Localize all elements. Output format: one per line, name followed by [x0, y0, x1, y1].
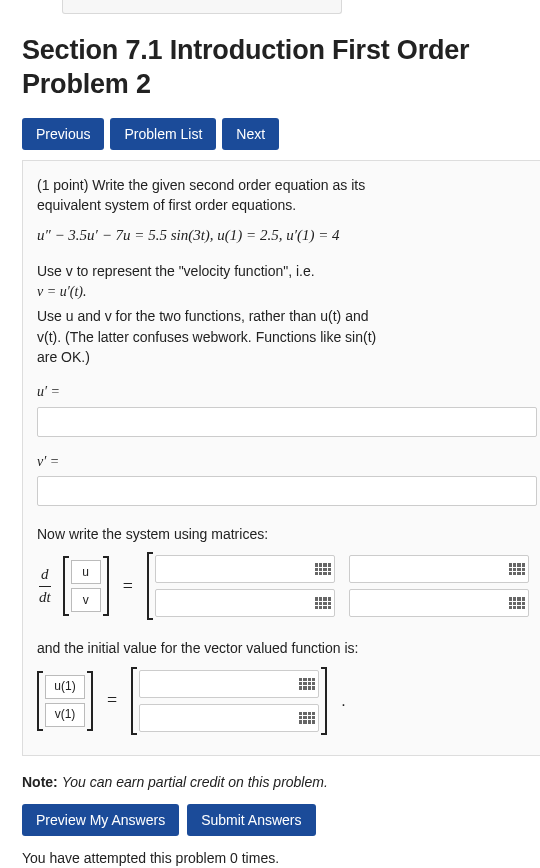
keypad-icon[interactable] — [509, 597, 525, 609]
initial-value-text: and the initial value for the vector val… — [37, 638, 540, 658]
matrix-equation: d dt u v = — [37, 552, 540, 620]
matrix-a12-input[interactable] — [349, 555, 529, 583]
equals-sign: = — [103, 687, 121, 713]
vec-v1: v(1) — [45, 703, 85, 727]
matrix-A-col2 — [347, 552, 531, 620]
problem-nav: Previous Problem List Next — [22, 118, 540, 150]
initial-equation: u(1) v(1) = . — [37, 667, 540, 735]
initial-v-input[interactable] — [139, 704, 319, 732]
problem-list-button[interactable]: Problem List — [110, 118, 216, 150]
keypad-icon[interactable] — [509, 563, 525, 575]
vec-v: v — [71, 588, 101, 612]
u-prime-input[interactable] — [37, 407, 537, 437]
matrix-a11-input[interactable] — [155, 555, 335, 583]
v-prime-input[interactable] — [37, 476, 537, 506]
action-buttons: Preview My Answers Submit Answers — [22, 804, 540, 836]
keypad-icon[interactable] — [315, 597, 331, 609]
next-button[interactable]: Next — [222, 118, 279, 150]
collapsed-panel — [62, 0, 342, 14]
u-prime-label: u′ = — [37, 384, 60, 399]
previous-button[interactable]: Previous — [22, 118, 104, 150]
v-prime-label: v′ = — [37, 454, 59, 469]
initial-vector-inputs — [131, 667, 327, 735]
submit-answers-button[interactable]: Submit Answers — [187, 804, 315, 836]
problem-body: (1 point) Write the given second order e… — [22, 160, 540, 756]
note: Note: You can earn partial credit on thi… — [22, 774, 540, 790]
matrix-A — [147, 552, 337, 620]
matrix-a22-input[interactable] — [349, 589, 529, 617]
given-equation: u″ − 3.5u′ − 7u = 5.5 sin(3t), u(1) = 2.… — [37, 225, 540, 247]
preview-answers-button[interactable]: Preview My Answers — [22, 804, 179, 836]
keypad-icon[interactable] — [299, 678, 315, 690]
ddt-fraction: d dt — [37, 564, 53, 609]
vec-u: u — [71, 560, 101, 584]
keypad-icon[interactable] — [315, 563, 331, 575]
uv-vector: u v — [63, 556, 109, 616]
problem-intro: (1 point) Write the given second order e… — [37, 175, 377, 216]
matrix-intro: Now write the system using matrices: — [37, 524, 540, 544]
initial-u-input[interactable] — [139, 670, 319, 698]
page-title: Section 7.1 Introduction First Order Pro… — [22, 34, 540, 102]
initial-vector-labels: u(1) v(1) — [37, 671, 93, 731]
uv-instruction: Use u and v for the two functions, rathe… — [37, 306, 377, 367]
keypad-icon[interactable] — [299, 712, 315, 724]
period: . — [341, 689, 345, 712]
velocity-text-a: Use v to represent the "velocity functio… — [37, 263, 315, 279]
vec-u1: u(1) — [45, 675, 85, 699]
attempts-text: You have attempted this problem 0 times. — [22, 850, 540, 866]
equals-sign: = — [119, 573, 137, 599]
velocity-text-b: v = u′(t). — [37, 284, 86, 299]
matrix-a21-input[interactable] — [155, 589, 335, 617]
